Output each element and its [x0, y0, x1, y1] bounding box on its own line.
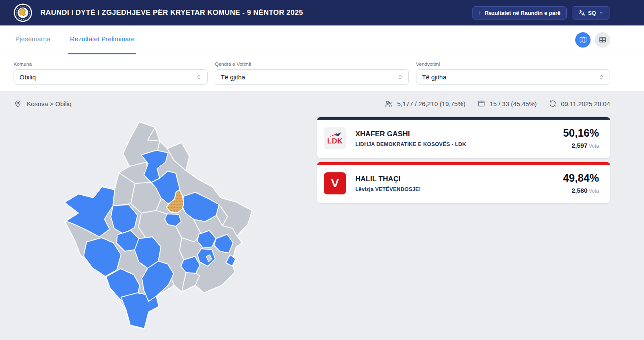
select-chevrons-icon — [196, 74, 202, 81]
select-chevrons-icon — [598, 74, 605, 81]
translate-icon — [578, 9, 585, 17]
users-icon — [384, 99, 393, 108]
qendra-select-value: Të gjitha — [221, 73, 245, 81]
header-actions: ↑ Rezultatet në Raundin e parë SQ — [472, 6, 610, 20]
table-view-button[interactable] — [595, 32, 610, 48]
first-round-results-button[interactable]: ↑ Rezultatet në Raundin e parë — [472, 6, 567, 20]
select-chevrons-icon — [397, 74, 403, 81]
vv-logo-text: V — [331, 177, 339, 189]
page-title: RAUNDI I DYTË I ZGJEDHJEVE PËR KRYETAR K… — [40, 8, 303, 17]
stat-stations: 15 / 33 (45,45%) — [477, 99, 537, 108]
ballot-box-icon — [477, 99, 486, 108]
party-logo-ldk: LDK — [324, 127, 346, 149]
columns: LDK XHAFER GASHI LIDHJA DEMOKRATIKE E KO… — [14, 111, 610, 340]
page: RAUNDI I DYTË I ZGJEDHJEVE PËR KRYETAR K… — [0, 0, 644, 340]
result-card-ldk[interactable]: LDK XHAFER GASHI LIDHJA DEMOKRATIKE E KO… — [317, 117, 610, 158]
vendvotimi-select[interactable]: Të gjitha — [416, 69, 610, 85]
filter-qendra-label: Qendra e Votimit — [215, 62, 409, 67]
results-list: LDK XHAFER GASHI LIDHJA DEMOKRATIKE E KO… — [317, 117, 610, 340]
komuna-select-value: Obiliq — [20, 73, 36, 81]
stat-updated: 09.11.2025 20:04 — [548, 99, 610, 108]
result-card-vv[interactable]: V HALIL THAÇI Lëvizja VETËVENDOSJE! 49,8… — [317, 162, 610, 203]
stat-voters-value: 5,177 / 26,210 (19,75%) — [397, 100, 465, 107]
tab-bar: Pjesëmarrja Rezultatet Preliminare — [0, 25, 644, 54]
location-pin-icon — [14, 99, 22, 108]
party-logo-vetevendosje: V — [324, 172, 346, 194]
candidate-party: Lëvizja VETËVENDOSJE! — [355, 186, 421, 192]
party-accent-bar — [317, 117, 610, 120]
ldk-logo-text: LDK — [327, 138, 343, 145]
map-view-button[interactable] — [575, 32, 591, 48]
qendra-select[interactable]: Të gjitha — [215, 69, 409, 85]
meta-row: Kosova > Obiliq 5,177 / 26,210 (19,75%) … — [14, 98, 610, 110]
tab-participation[interactable]: Pjesëmarrja — [14, 25, 52, 54]
filter-komuna: Komuna Obiliq — [14, 62, 208, 85]
arrow-up-icon: ↑ — [478, 9, 481, 16]
filter-qendra: Qendra e Votimit Të gjitha — [215, 62, 409, 85]
breadcrumb[interactable]: Kosova > Obiliq — [14, 99, 71, 108]
chevron-down-icon — [599, 10, 604, 15]
kosovo-map[interactable] — [54, 115, 267, 340]
vendvotimi-select-value: Të gjitha — [422, 73, 447, 81]
app-header: RAUNDI I DYTË I ZGJEDHJEVE PËR KRYETAR K… — [0, 0, 644, 25]
party-accent-bar — [317, 162, 610, 165]
stat-stations-value: 15 / 33 (45,45%) — [489, 100, 537, 107]
first-round-results-label: Rezultatet në Raundin e parë — [485, 10, 560, 16]
candidate-votes: 2,580 — [571, 187, 588, 194]
breadcrumb-path: Kosova > Obiliq — [27, 100, 71, 107]
stat-updated-value: 09.11.2025 20:04 — [561, 100, 610, 107]
stats-row: 5,177 / 26,210 (19,75%) 15 / 33 (45,45%)… — [384, 99, 610, 108]
candidate-percent: 49,84% — [563, 173, 599, 183]
candidate-name: XHAFER GASHI — [355, 130, 466, 138]
votes-unit-label: Vota — [589, 143, 599, 149]
stat-voters: 5,177 / 26,210 (19,75%) — [384, 99, 465, 108]
filter-komuna-label: Komuna — [14, 62, 208, 67]
candidate-party: LIDHJA DEMOKRATIKE E KOSOVËS - LDK — [355, 141, 466, 147]
language-selector[interactable]: SQ — [572, 6, 610, 20]
content-area: Kosova > Obiliq 5,177 / 26,210 (19,75%) … — [0, 91, 644, 340]
refresh-icon — [548, 99, 557, 108]
map-icon — [579, 36, 587, 44]
language-code: SQ — [588, 10, 596, 16]
filters-row: Komuna Obiliq Qendra e Votimit Të gjitha… — [0, 54, 644, 91]
table-icon — [599, 36, 607, 44]
candidate-percent: 50,16% — [563, 128, 599, 138]
candidate-name: HALIL THAÇI — [355, 175, 421, 183]
votes-unit-label: Vota — [589, 188, 599, 194]
tab-preliminary-results[interactable]: Rezultatet Preliminare — [68, 25, 136, 54]
komuna-select[interactable]: Obiliq — [14, 69, 208, 85]
view-toggle — [575, 32, 610, 48]
candidate-votes: 2,597 — [571, 142, 588, 149]
filter-vendvotimi-label: Vendvotimi — [416, 62, 610, 67]
kqz-logo-icon — [14, 3, 32, 22]
filter-vendvotimi: Vendvotimi Të gjitha — [416, 62, 610, 85]
